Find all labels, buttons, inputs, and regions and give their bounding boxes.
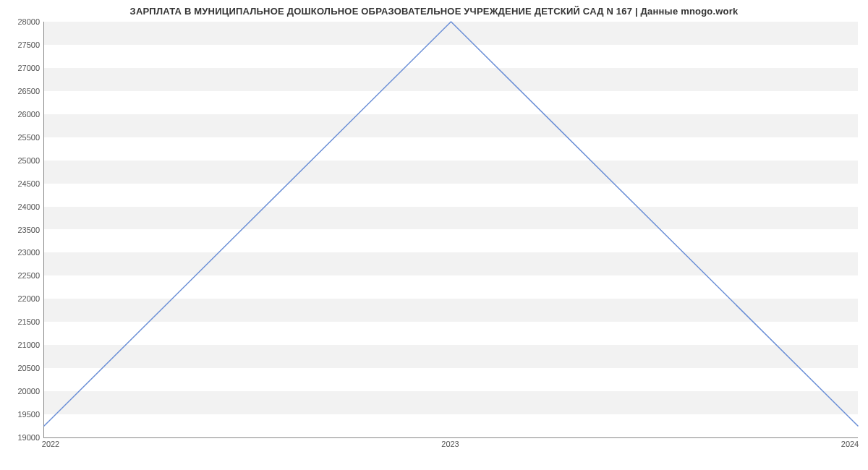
chart-title: ЗАРПЛАТА В МУНИЦИПАЛЬНОЕ ДОШКОЛЬНОЕ ОБРА… <box>0 6 868 17</box>
y-tick: 27500 <box>4 40 40 49</box>
y-tick: 25500 <box>4 133 40 142</box>
x-tick: 2022 <box>42 440 59 448</box>
y-tick: 27000 <box>4 64 40 72</box>
y-tick: 24000 <box>4 202 40 211</box>
y-tick: 25000 <box>4 156 40 165</box>
y-tick: 28000 <box>4 17 40 26</box>
y-tick: 21000 <box>4 341 40 349</box>
y-tick: 24500 <box>4 179 40 188</box>
x-tick: 2024 <box>841 440 859 448</box>
y-tick: 26500 <box>4 87 40 95</box>
y-tick: 22000 <box>4 294 40 303</box>
x-tick: 2023 <box>441 440 459 448</box>
y-tick: 20500 <box>4 364 40 372</box>
y-tick: 22500 <box>4 271 40 280</box>
line-series <box>44 22 858 437</box>
y-tick: 21500 <box>4 317 40 326</box>
y-tick: 20000 <box>4 387 40 396</box>
y-tick: 26000 <box>4 110 40 119</box>
plot-area <box>43 22 858 438</box>
y-tick: 19500 <box>4 410 40 419</box>
y-tick: 23000 <box>4 248 40 257</box>
y-tick: 19000 <box>4 433 40 442</box>
y-tick: 23500 <box>4 226 40 234</box>
salary-chart: ЗАРПЛАТА В МУНИЦИПАЛЬНОЕ ДОШКОЛЬНОЕ ОБРА… <box>0 0 868 470</box>
